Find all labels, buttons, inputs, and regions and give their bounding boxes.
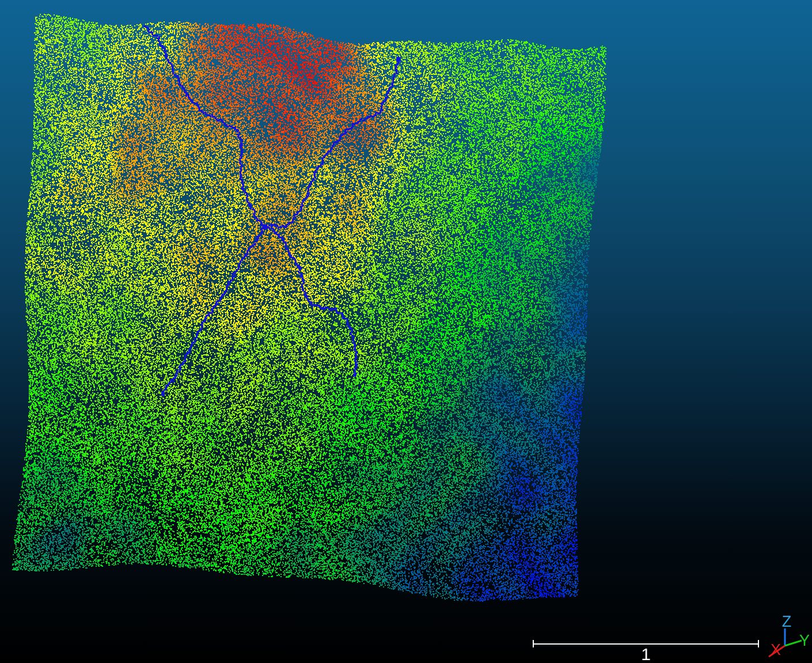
axis-gizmo: Z X Y — [749, 608, 812, 663]
colorbar: P21 0.0005550.0004850.0004160.0003470.00… — [685, 0, 812, 634]
colorbar-tick-label: 0.000069 — [685, 526, 812, 544]
colorbar-tick-label: 0.000555 — [685, 27, 812, 45]
colorbar-tick-label: 0.000416 — [685, 169, 812, 187]
x-axis-label: X — [771, 641, 781, 658]
colorbar-tick-label: 0.000208 — [685, 383, 812, 401]
colorbar-tick-label: 0.000139 — [685, 454, 812, 472]
colorbar-tick-label: 0.000347 — [685, 241, 812, 259]
y-axis-label: Y — [799, 632, 810, 649]
colorbar-tick-label: 0.000485 — [685, 98, 812, 116]
scale-bar-label: 1 — [533, 645, 759, 663]
colorbar-tick-label: 0.000277 — [685, 312, 812, 330]
3d-viewport[interactable]: P21 0.0005550.0004850.0004160.0003470.00… — [0, 0, 812, 663]
z-axis-label: Z — [782, 613, 792, 630]
